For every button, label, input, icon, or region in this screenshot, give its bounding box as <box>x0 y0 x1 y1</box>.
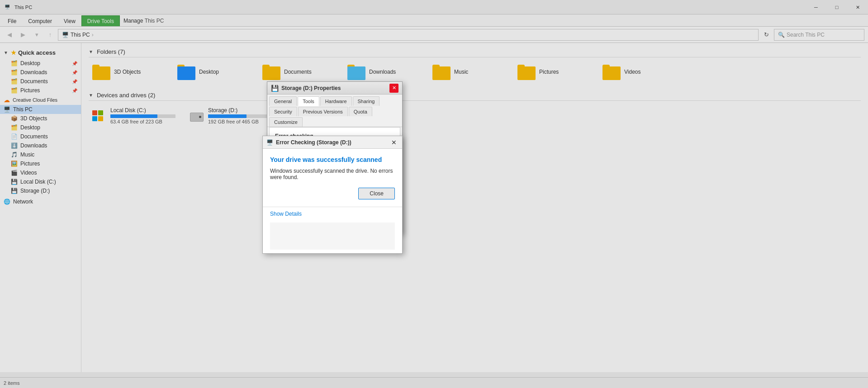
dialog-overlay: 💾 Storage (D:) Properties ✕ General Tool… <box>0 0 868 388</box>
sub-dialog-close-button[interactable]: ✕ <box>389 138 398 147</box>
tab-general[interactable]: General <box>269 96 297 106</box>
tab-tools[interactable]: Tools <box>298 96 319 106</box>
sub-dialog-success-title: Your drive was successfully scanned <box>270 156 395 163</box>
sub-dialog-icon: 🖥️ <box>266 139 273 146</box>
tab-sharing[interactable]: Sharing <box>353 96 380 106</box>
sub-dialog-empty-area <box>270 222 395 250</box>
sub-dialog-title-text: Error Checking (Storage (D:)) <box>276 139 387 146</box>
tab-previous-versions[interactable]: Previous Versions <box>298 107 348 116</box>
properties-title: Storage (D:) Properties <box>281 85 387 91</box>
error-checking-dialog: 🖥️ Error Checking (Storage (D:)) ✕ Your … <box>262 136 403 254</box>
properties-close-button[interactable]: ✕ <box>389 84 398 93</box>
tab-security[interactable]: Security <box>269 107 297 116</box>
show-details-link[interactable]: Show Details <box>263 207 402 222</box>
tab-hardware[interactable]: Hardware <box>320 96 352 106</box>
tab-quota[interactable]: Quota <box>349 107 372 116</box>
tab-customize[interactable]: Customize <box>269 117 303 127</box>
sub-dialog-btn-row: Close <box>270 188 395 203</box>
sub-dialog-close-btn[interactable]: Close <box>358 188 395 199</box>
properties-icon: 💾 <box>271 85 279 92</box>
properties-tabs: General Tools Hardware Sharing Security … <box>267 95 402 127</box>
properties-title-bar: 💾 Storage (D:) Properties ✕ <box>267 82 402 95</box>
sub-dialog-content: Your drive was successfully scanned Wind… <box>263 149 402 207</box>
sub-dialog-title-bar: 🖥️ Error Checking (Storage (D:)) ✕ <box>263 136 402 149</box>
sub-dialog-message: Windows successfully scanned the drive. … <box>270 168 395 180</box>
